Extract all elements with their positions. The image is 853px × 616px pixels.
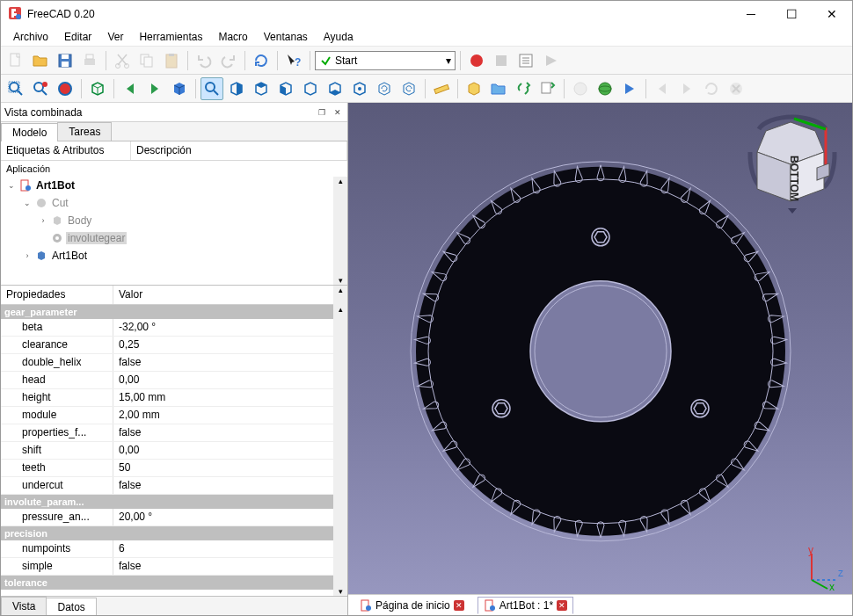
menu-ventanas[interactable]: Ventanas xyxy=(257,29,315,45)
svg-text:BOTTOM: BOTTOM xyxy=(788,156,800,201)
prop-row-module[interactable]: module2,00 mm xyxy=(1,407,347,424)
svg-point-63 xyxy=(366,605,371,611)
prop-row-numpoints[interactable]: numpoints6 xyxy=(1,540,347,558)
prop-row-properties_f...[interactable]: properties_f...false xyxy=(1,424,347,442)
link-actions-button[interactable] xyxy=(536,77,559,100)
prop-tab-datos[interactable]: Datos xyxy=(46,598,96,616)
svg-rect-12 xyxy=(166,54,177,68)
maximize-button[interactable]: ☐ xyxy=(771,1,812,27)
front-view-button[interactable] xyxy=(225,77,248,100)
prop-row-shift[interactable]: shift0,00 xyxy=(1,442,347,460)
macro-list-button[interactable] xyxy=(514,49,537,72)
menu-archivo[interactable]: Archivo xyxy=(6,29,55,45)
doc-tab[interactable]: Art1Bot : 1*✕ xyxy=(478,597,573,614)
panel-close-button[interactable]: ✕ xyxy=(332,106,344,119)
group-button[interactable] xyxy=(487,77,510,100)
prop-row-height[interactable]: height15,00 mm xyxy=(1,389,347,407)
top-view-button[interactable] xyxy=(250,77,273,100)
back-button[interactable] xyxy=(651,77,674,100)
panel-float-button[interactable]: ❐ xyxy=(316,106,328,119)
svg-point-43 xyxy=(55,236,59,240)
macro-record-button[interactable] xyxy=(465,49,488,72)
tree-header-labels[interactable]: Etiquetas & Atributos xyxy=(1,141,131,160)
property-table[interactable]: gear_parameterbeta-32,00 °clearance0,25d… xyxy=(1,305,347,596)
rotate-right-button[interactable] xyxy=(397,77,420,100)
svg-rect-7 xyxy=(86,54,93,59)
reload-button[interactable] xyxy=(700,77,723,100)
refresh-button[interactable] xyxy=(250,49,273,72)
measure-button[interactable] xyxy=(430,77,453,100)
print-button[interactable] xyxy=(78,49,101,72)
tree-node-body[interactable]: ›Body xyxy=(1,212,347,229)
bottom-view-button[interactable] xyxy=(324,77,346,100)
menu-ver[interactable]: Ver xyxy=(100,29,130,45)
close-icon[interactable]: ✕ xyxy=(454,600,464,611)
prop-header-name[interactable]: Propiedades xyxy=(1,286,113,304)
close-icon[interactable]: ✕ xyxy=(557,600,567,611)
part-button[interactable] xyxy=(463,77,485,100)
draw-style-button[interactable] xyxy=(54,77,77,100)
prop-row-undercut[interactable]: undercutfalse xyxy=(1,477,347,495)
menu-herramientas[interactable]: Herramientas xyxy=(132,29,209,45)
stop-nav-button[interactable] xyxy=(725,77,747,100)
prop-row-double_helix[interactable]: double_helixfalse xyxy=(1,354,347,372)
prop-header-value[interactable]: Valor xyxy=(113,286,347,304)
svg-line-60 xyxy=(812,580,827,589)
workbench-selector[interactable]: Start ▾ xyxy=(315,51,456,70)
menu-ayuda[interactable]: Ayuda xyxy=(317,29,361,45)
copy-button[interactable] xyxy=(135,49,158,72)
macro-run-button[interactable] xyxy=(539,49,562,72)
whatsthis-button[interactable]: ? xyxy=(282,49,305,72)
tree-node-cut[interactable]: ⌄Cut xyxy=(1,194,347,212)
close-button[interactable]: ✕ xyxy=(812,1,852,27)
home-button[interactable] xyxy=(569,77,592,100)
svg-rect-4 xyxy=(62,54,69,59)
macro-stop-button[interactable] xyxy=(490,49,513,72)
tab-tareas[interactable]: Tareas xyxy=(57,122,112,141)
prop-row-head[interactable]: head0,00 xyxy=(1,372,347,389)
paste-button[interactable] xyxy=(160,49,183,72)
rotate-left-button[interactable] xyxy=(373,77,396,100)
prop-group-tolerance: tolerance xyxy=(1,576,347,590)
rear-view-button[interactable] xyxy=(299,77,322,100)
nav-left-button[interactable] xyxy=(119,77,142,100)
navigation-cube[interactable]: BOTTOM xyxy=(740,110,845,215)
left-view-button[interactable] xyxy=(348,77,371,100)
view-dropdown-button[interactable] xyxy=(168,77,191,100)
tree-node-art1bot[interactable]: ⌄Art1Bot xyxy=(1,177,347,194)
tree-node-involutegear[interactable]: involutegear xyxy=(1,229,347,247)
bounding-box-button[interactable] xyxy=(86,77,109,100)
3d-viewport[interactable]: BOTTOM y z x Página de inicio✕Art1Bot : … xyxy=(348,103,852,615)
web-button[interactable] xyxy=(594,77,616,100)
svg-point-26 xyxy=(42,82,47,87)
fit-all-button[interactable] xyxy=(4,77,27,100)
undo-button[interactable] xyxy=(193,49,215,72)
open-button[interactable] xyxy=(29,49,52,72)
nav-right-button[interactable] xyxy=(143,77,166,100)
prop-row-simple[interactable]: simplefalse xyxy=(1,558,347,576)
prop-row-beta[interactable]: beta-32,00 ° xyxy=(1,319,347,337)
prop-row-clearance[interactable]: clearance0,25 xyxy=(1,337,347,354)
link-make-button[interactable] xyxy=(512,77,535,100)
new-doc-button[interactable] xyxy=(4,49,27,72)
tree-header-desc[interactable]: Descripción xyxy=(131,141,347,160)
model-tree[interactable]: ⌄Art1Bot⌄Cut›Bodyinvolutegear›Art1Bot▴▾ xyxy=(1,177,347,286)
menu-editar[interactable]: Editar xyxy=(57,29,98,45)
redo-button[interactable] xyxy=(217,49,240,72)
prop-row-teeth[interactable]: teeth50 xyxy=(1,460,347,477)
forward-nav-button[interactable] xyxy=(618,77,641,100)
fit-selection-button[interactable] xyxy=(29,77,52,100)
save-button[interactable] xyxy=(54,49,77,72)
menu-macro[interactable]: Macro xyxy=(211,29,254,45)
cut-button[interactable] xyxy=(111,49,134,72)
tree-node-art1bot[interactable]: ›Art1Bot xyxy=(1,247,347,265)
prop-row-pressure_an...[interactable]: pressure_an...20,00 ° xyxy=(1,509,347,526)
fwd-button[interactable] xyxy=(675,77,698,100)
minimize-button[interactable]: ─ xyxy=(731,1,771,27)
svg-line-25 xyxy=(42,91,47,95)
doc-tab[interactable]: Página de inicio✕ xyxy=(354,597,470,614)
right-view-button[interactable] xyxy=(274,77,297,100)
prop-tab-vista[interactable]: Vista xyxy=(1,597,47,615)
iso-view-button[interactable] xyxy=(200,77,223,100)
tab-modelo[interactable]: Modelo xyxy=(1,123,58,141)
